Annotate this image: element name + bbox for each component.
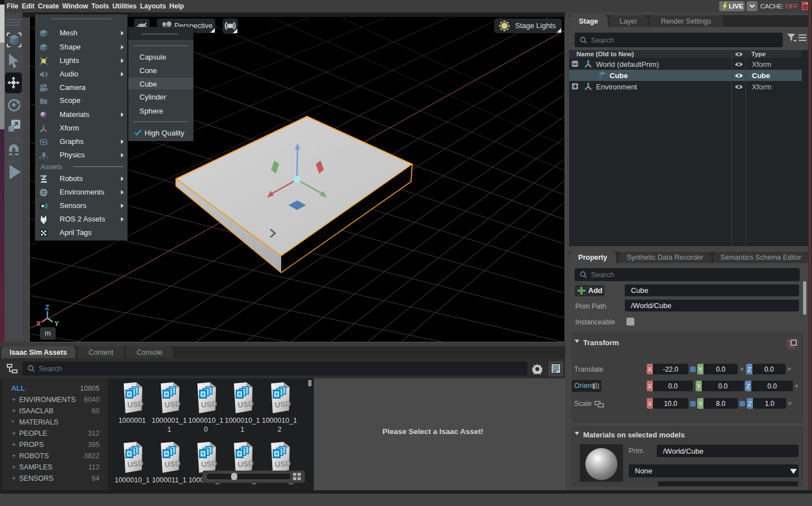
svg-text:X: X bbox=[36, 319, 40, 327]
svg-text:Y: Y bbox=[54, 319, 58, 327]
svg-text:Z: Z bbox=[45, 304, 49, 311]
